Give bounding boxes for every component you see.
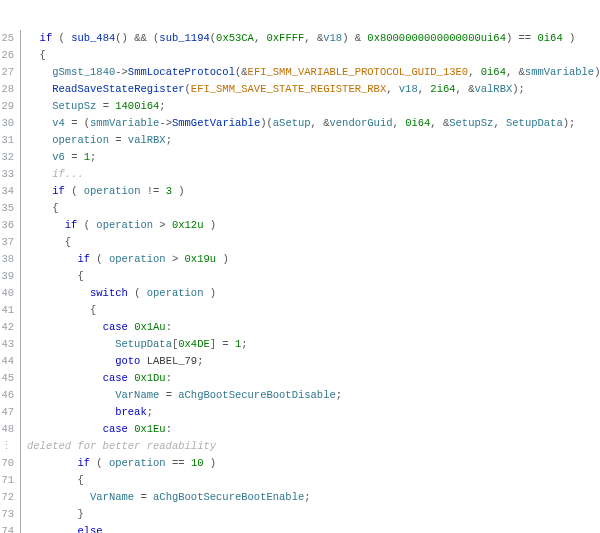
code-line[interactable]: 42 case 0x1Au: xyxy=(0,319,600,336)
line-number: 43 xyxy=(0,336,21,353)
code-content[interactable]: { xyxy=(21,302,601,319)
line-number: 39 xyxy=(0,268,21,285)
code-content[interactable]: SetupData[0x4DE] = 1; xyxy=(21,336,601,353)
line-number: 25 xyxy=(0,30,21,47)
code-line[interactable]: 38 if ( operation > 0x19u ) xyxy=(0,251,600,268)
line-number: 45 xyxy=(0,370,21,387)
line-number: 36 xyxy=(0,217,21,234)
code-line[interactable]: 39 { xyxy=(0,268,600,285)
code-content[interactable]: } xyxy=(21,506,601,523)
code-line[interactable]: 34 if ( operation != 3 ) xyxy=(0,183,600,200)
code-content[interactable]: if ( operation != 3 ) xyxy=(21,183,601,200)
code-line[interactable]: 33 if... xyxy=(0,166,600,183)
code-line[interactable]: 28 ReadSaveStateRegister(EFI_SMM_SAVE_ST… xyxy=(0,81,600,98)
line-number: 44 xyxy=(0,353,21,370)
code-content[interactable]: SetupSz = 1400i64; xyxy=(21,98,601,115)
code-content[interactable]: switch ( operation ) xyxy=(21,285,601,302)
code-content[interactable]: case 0x1Au: xyxy=(21,319,601,336)
code-line[interactable]: 48 case 0x1Eu: xyxy=(0,421,600,438)
code-line[interactable]: 25 if ( sub_484() && (sub_1194(0x53CA, 0… xyxy=(0,30,600,47)
line-number: 27 xyxy=(0,64,21,81)
line-number: 72 xyxy=(0,489,21,506)
code-content[interactable]: case 0x1Du: xyxy=(21,370,601,387)
line-number: 40 xyxy=(0,285,21,302)
code-line[interactable]: 40 switch ( operation ) xyxy=(0,285,600,302)
code-content[interactable]: operation = valRBX; xyxy=(21,132,601,149)
code-line[interactable]: 70 if ( operation == 10 ) xyxy=(0,455,600,472)
code-content[interactable]: gSmst_1840->SmmLocateProtocol(&EFI_SMM_V… xyxy=(21,64,601,81)
code-line[interactable]: 43 SetupData[0x4DE] = 1; xyxy=(0,336,600,353)
line-number: 35 xyxy=(0,200,21,217)
code-content[interactable]: if ( operation > 0x12u ) xyxy=(21,217,601,234)
line-number: 33 xyxy=(0,166,21,183)
code-line[interactable]: 47 break; xyxy=(0,404,600,421)
line-number: 31 xyxy=(0,132,21,149)
code-line[interactable]: 71 { xyxy=(0,472,600,489)
code-content[interactable]: if ( operation == 10 ) xyxy=(21,455,601,472)
decompiler-view[interactable]: 25 if ( sub_484() && (sub_1194(0x53CA, 0… xyxy=(0,0,600,533)
line-number: 26 xyxy=(0,47,21,64)
code-line[interactable]: 31 operation = valRBX; xyxy=(0,132,600,149)
code-line[interactable]: 74 else xyxy=(0,523,600,533)
code-line[interactable]: 72 VarName = aChgBootSecureBootEnable; xyxy=(0,489,600,506)
line-number: 48 xyxy=(0,421,21,438)
line-number: 41 xyxy=(0,302,21,319)
line-number: 73 xyxy=(0,506,21,523)
code-content[interactable]: if ( sub_484() && (sub_1194(0x53CA, 0xFF… xyxy=(21,30,601,47)
code-line[interactable]: 44 goto LABEL_79; xyxy=(0,353,600,370)
code-content[interactable]: VarName = aChgBootSecureBootDisable; xyxy=(21,387,601,404)
code-table: 25 if ( sub_484() && (sub_1194(0x53CA, 0… xyxy=(0,30,600,533)
code-line[interactable]: 45 case 0x1Du: xyxy=(0,370,600,387)
code-line[interactable]: 36 if ( operation > 0x12u ) xyxy=(0,217,600,234)
line-number: 29 xyxy=(0,98,21,115)
code-line[interactable]: 35 { xyxy=(0,200,600,217)
code-content[interactable]: { xyxy=(21,472,601,489)
code-line[interactable]: 32 v6 = 1; xyxy=(0,149,600,166)
code-line[interactable]: 46 VarName = aChgBootSecureBootDisable; xyxy=(0,387,600,404)
line-number: 28 xyxy=(0,81,21,98)
code-line[interactable]: 27 gSmst_1840->SmmLocateProtocol(&EFI_SM… xyxy=(0,64,600,81)
code-content[interactable]: break; xyxy=(21,404,601,421)
code-content[interactable]: VarName = aChgBootSecureBootEnable; xyxy=(21,489,601,506)
snip-note: deleted for better readability xyxy=(21,438,601,455)
code-line[interactable]: 73 } xyxy=(0,506,600,523)
code-line[interactable]: 37 { xyxy=(0,234,600,251)
code-line[interactable]: 29 SetupSz = 1400i64; xyxy=(0,98,600,115)
line-number: 74 xyxy=(0,523,21,533)
code-content[interactable]: if... xyxy=(21,166,601,183)
line-number: 42 xyxy=(0,319,21,336)
code-content[interactable]: else xyxy=(21,523,601,533)
code-content[interactable]: case 0x1Eu: xyxy=(21,421,601,438)
code-content[interactable]: goto LABEL_79; xyxy=(21,353,601,370)
line-number: 34 xyxy=(0,183,21,200)
code-content[interactable]: { xyxy=(21,268,601,285)
code-content[interactable]: { xyxy=(21,47,601,64)
code-content[interactable]: { xyxy=(21,234,601,251)
code-line[interactable]: 41 { xyxy=(0,302,600,319)
line-number: 70 xyxy=(0,455,21,472)
code-line[interactable]: 30 v4 = (smmVariable->SmmGetVariable)(aS… xyxy=(0,115,600,132)
line-number: 30 xyxy=(0,115,21,132)
line-number: 38 xyxy=(0,251,21,268)
code-content[interactable]: ReadSaveStateRegister(EFI_SMM_SAVE_STATE… xyxy=(21,81,601,98)
code-content[interactable]: { xyxy=(21,200,601,217)
line-number: 47 xyxy=(0,404,21,421)
line-number: 71 xyxy=(0,472,21,489)
code-content[interactable]: v4 = (smmVariable->SmmGetVariable)(aSetu… xyxy=(21,115,601,132)
code-content[interactable]: if ( operation > 0x19u ) xyxy=(21,251,601,268)
code-content[interactable]: v6 = 1; xyxy=(21,149,601,166)
line-number: 46 xyxy=(0,387,21,404)
line-number: 37 xyxy=(0,234,21,251)
line-number: 32 xyxy=(0,149,21,166)
gutter-snip: ⋮ xyxy=(0,438,21,455)
code-line[interactable]: 26 { xyxy=(0,47,600,64)
